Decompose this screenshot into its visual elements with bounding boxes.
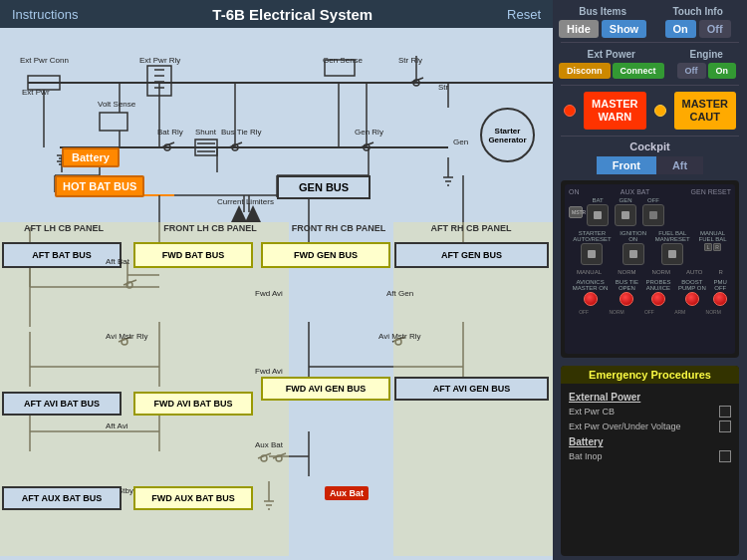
cockpit-label: Cockpit: [553, 139, 747, 154]
front-lh-panel-label: FRONT LH CB PANEL: [131, 223, 289, 233]
master-warn[interactable]: MASTERWARN: [584, 92, 645, 130]
arm-bot-label: ARM: [674, 309, 685, 315]
fwd-gen-bus[interactable]: FWD GEN BUS: [261, 242, 390, 268]
hot-bat-bus[interactable]: HOT BAT BUS: [55, 175, 144, 197]
str-rly-label: Str Rly: [398, 56, 422, 65]
gen-label: Gen: [453, 138, 468, 146]
aft-gen-label: Aft Gen: [386, 289, 413, 298]
gen-instr-label: GEN: [619, 197, 631, 203]
pmu-off-label: PMUOFF: [714, 279, 727, 291]
aft-avi-bat-bus[interactable]: AFT AVI BAT BUS: [2, 392, 122, 416]
disconn-button[interactable]: Disconn: [559, 63, 611, 79]
starter-generator[interactable]: Starter Generator: [480, 108, 535, 162]
aft-tab[interactable]: Aft: [656, 156, 703, 174]
cockpit-tabs: Front Aft: [553, 154, 747, 176]
r-switch[interactable]: R: [713, 243, 721, 251]
master-caut[interactable]: MASTERCAUT: [674, 92, 736, 130]
master-switch-label: MSTR: [572, 209, 580, 215]
page-title: T-6B Electrical System: [212, 6, 373, 23]
aft-avi-gen-bus[interactable]: AFT AVI GEN BUS: [394, 377, 549, 401]
bat-rly-label: Bat Rly: [157, 128, 183, 137]
fwd-bat-bus[interactable]: FWD BAT BUS: [133, 242, 253, 268]
bat-inop-checkbox[interactable]: [719, 450, 731, 462]
ext-pwr-voltage-checkbox[interactable]: [719, 420, 731, 432]
off-instr-label: OFF: [647, 197, 659, 203]
fwd-avi-label: Fwd Avi: [255, 289, 283, 298]
gen-sense-label: Gen Sense: [323, 56, 363, 65]
aft-lh-panel-label: AFT LH CB PANEL: [0, 223, 127, 233]
aft-rh-panel-label: AFT RH CB PANEL: [392, 223, 550, 233]
instructions-button[interactable]: Instructions: [12, 7, 78, 22]
gen-bus[interactable]: GEN BUS: [277, 175, 371, 199]
on-label: ON: [569, 188, 580, 195]
fwd-aux-bat-bus[interactable]: FWD AUX BAT BUS: [133, 486, 253, 510]
right-panel: Bus Items Hide Show Touch Info On Off Ex…: [553, 0, 747, 560]
ext-power-label: Ext Power: [559, 49, 664, 60]
norm-label: NORM: [618, 269, 635, 275]
connect-button[interactable]: Connect: [613, 63, 664, 79]
shunt-label: Shunt: [195, 128, 216, 137]
str-label: Str: [438, 83, 448, 92]
engine-label: Engine: [672, 49, 741, 60]
front-tab[interactable]: Front: [597, 156, 656, 174]
fuel-bal-switch[interactable]: [661, 243, 683, 265]
pmu-knob[interactable]: [713, 292, 727, 306]
aft-gen-bus[interactable]: AFT GEN BUS: [394, 242, 549, 268]
gen-rly-label: Gen Rly: [355, 128, 383, 137]
schematic-header: Instructions T-6B Electrical System Rese…: [0, 0, 553, 28]
emergency-title: Emergency Procedures: [561, 366, 739, 384]
svg-marker-94: [245, 205, 261, 222]
probes-knob[interactable]: [651, 292, 665, 306]
avi-mstr-rly2-label: Avi Mstr Rly: [378, 332, 421, 341]
engine-off-button[interactable]: Off: [677, 63, 706, 79]
show-button[interactable]: Show: [602, 20, 646, 38]
boost-pump-knob[interactable]: [685, 292, 699, 306]
aft-avi-label: Aft Avi: [106, 421, 128, 430]
touch-on-button[interactable]: On: [665, 20, 696, 38]
norm3-bot-label: NORM: [706, 309, 721, 315]
svg-rect-81: [100, 113, 127, 131]
emerg-item-1: Ext Pwr CB: [569, 406, 731, 418]
emerg-item-3: Bat Inop: [569, 450, 731, 462]
divider3: [561, 136, 739, 137]
ext-pwr-rly-label: Ext Pwr Rly: [139, 56, 180, 65]
battery-box[interactable]: Battery: [62, 147, 120, 167]
front-rh-panel-label: FRONT RH CB PANEL: [289, 223, 388, 233]
off-bot-label: OFF: [579, 309, 589, 315]
aux-bat-red[interactable]: Aux Bat: [325, 486, 369, 500]
reset-button[interactable]: Reset: [507, 7, 541, 22]
emergency-content: External Power Ext Pwr CB Ext Pwr Over/U…: [561, 384, 739, 469]
boost-pump-on-label: BOOSTPUMP ON: [678, 279, 706, 291]
touch-info-label: Touch Info: [654, 6, 741, 17]
off-switch[interactable]: [642, 204, 664, 226]
manual-label: MANUAL: [577, 269, 602, 275]
ext-pwr-cb-checkbox[interactable]: [719, 406, 731, 418]
current-limiters-label: Current Limiters: [217, 197, 274, 206]
instrument-panel-inner: ON AUX BAT GEN RESET MSTR BAT: [565, 184, 735, 354]
ignition-switch[interactable]: [622, 243, 644, 265]
schematic-panel: Instructions T-6B Electrical System Rese…: [0, 0, 553, 560]
volt-sense-label: Volt Sense: [98, 100, 135, 109]
divider2: [561, 85, 739, 86]
aft-bat-label: Aft Bat: [106, 257, 129, 266]
bus-tie-knob[interactable]: [620, 292, 633, 306]
touch-off-button[interactable]: Off: [699, 20, 731, 38]
external-power-section: External Power: [569, 392, 731, 403]
bat-switch[interactable]: [587, 204, 609, 226]
ignition-on-label: IGNITIONON: [620, 230, 646, 242]
aft-aux-bat-bus[interactable]: AFT AUX BAT BUS: [2, 486, 122, 510]
gen-switch[interactable]: [615, 204, 636, 226]
starter-auto-reset-label: STARTERAUTO/RESET: [573, 230, 611, 242]
aft-bat-bus[interactable]: AFT BAT BUS: [2, 242, 122, 268]
fwd-avi-gen-bus[interactable]: FWD AVI GEN BUS: [261, 377, 390, 401]
probes-anu-ice-label: PROBESANU/ICE: [645, 279, 670, 291]
manual-fuel-bal-label: MANUALFUEL BAL: [698, 230, 726, 242]
engine-on-button[interactable]: On: [708, 63, 737, 79]
hide-button[interactable]: Hide: [559, 20, 599, 38]
l-switch[interactable]: L: [704, 243, 712, 251]
avionics-knob[interactable]: [584, 292, 598, 306]
gen-reset-label: GEN RESET: [691, 188, 731, 195]
starter-switch[interactable]: [581, 243, 603, 265]
fwd-avi-bat-bus[interactable]: FWD AVI BAT BUS: [133, 392, 253, 416]
ext-pwr-label: Ext Pwr: [22, 88, 50, 97]
